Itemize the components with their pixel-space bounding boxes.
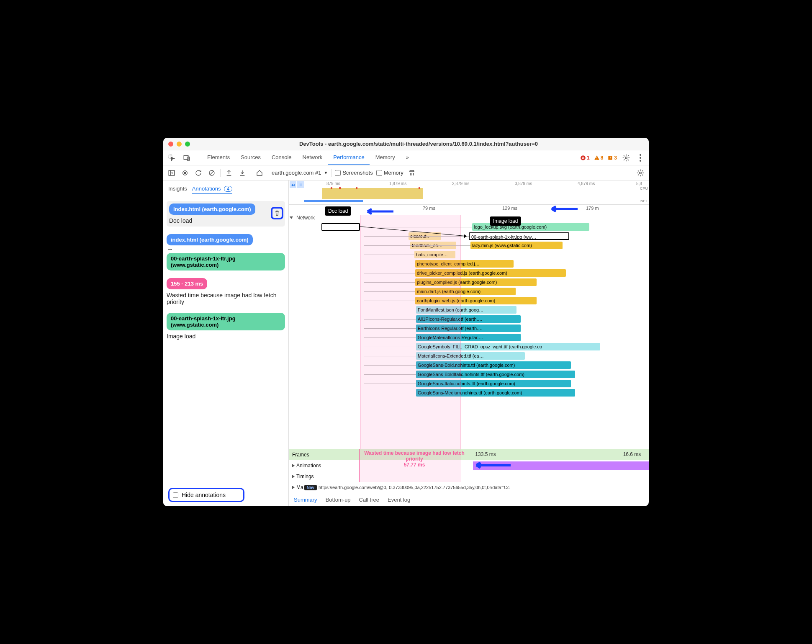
details-tab-summary[interactable]: Summary — [294, 497, 317, 503]
more-tabs-button[interactable]: » — [401, 151, 414, 165]
svg-point-10 — [640, 154, 641, 156]
details-tabs: Summary Bottom-up Call tree Event log — [289, 493, 649, 506]
svg-rect-7 — [610, 157, 611, 158]
minimize-window-button[interactable] — [177, 142, 182, 147]
panel-settings-icon[interactable] — [635, 168, 645, 178]
svg-rect-4 — [596, 157, 597, 158]
inspect-element-icon[interactable] — [167, 153, 177, 163]
device-toolbar-icon[interactable] — [182, 153, 192, 163]
error-count-badge[interactable]: 1 — [580, 155, 590, 161]
network-request-bar[interactable]: 00-earth-splash-1x-ltr.jpg (ww… — [469, 232, 569, 240]
frames-track[interactable]: Frames 133.5 ms 16.6 ms — [289, 449, 649, 460]
svg-point-19 — [640, 172, 642, 174]
image-load-tooltip: Image load — [490, 216, 521, 226]
svg-line-18 — [210, 171, 213, 175]
performance-toolbar: earth.google.com #1 ▼ Screenshots Memory — [163, 165, 649, 180]
svg-rect-8 — [610, 158, 611, 159]
sidebar-tab-insights[interactable]: Insights — [168, 184, 187, 194]
annotation-card[interactable]: 00-earth-splash-1x-ltr.jpg (www.gstatic.… — [167, 313, 285, 340]
reload-icon[interactable] — [193, 168, 203, 178]
devtools-window: DevTools - earth.google.com/static/multi… — [163, 138, 649, 506]
tab-network[interactable]: Network — [298, 151, 328, 165]
annotation-card[interactable]: index.html (earth.google.com) Doc load — [167, 201, 285, 227]
timings-track[interactable]: Timings — [289, 471, 649, 482]
panel-tabs-list: Elements Sources Console Network Perform… — [202, 151, 414, 165]
nav-track[interactable]: Ma Nav https://earth.google.com/web/@0,-… — [289, 482, 649, 493]
timeline-main: 879 ms 1,879 ms 2,879 ms 3,879 ms 4,879 … — [289, 180, 649, 506]
settings-gear-icon[interactable] — [621, 153, 631, 163]
annotation-card[interactable]: 155 - 213 ms Wasted time because image h… — [167, 278, 285, 305]
download-icon[interactable] — [237, 168, 247, 178]
callout-arrow-icon — [473, 461, 511, 469]
callout-arrow-icon — [548, 205, 578, 213]
delete-annotation-button[interactable] — [271, 207, 283, 219]
flame-chart-area[interactable]: 79 ms 129 ms 179 m Doc load Image load — [289, 205, 649, 449]
svg-point-12 — [640, 160, 641, 162]
kebab-menu-icon[interactable] — [635, 153, 645, 163]
svg-rect-5 — [596, 159, 597, 159]
maximize-window-button[interactable] — [185, 142, 190, 147]
overview-net-label: NET — [640, 199, 648, 203]
svg-point-9 — [625, 157, 627, 159]
window-title: DevTools - earth.google.com/static/multi… — [193, 141, 644, 147]
sidebar-tab-annotations[interactable]: Annotations 4 — [192, 184, 232, 194]
record-button-icon[interactable] — [180, 168, 190, 178]
hide-annotations-checkbox[interactable]: Hide annotations — [173, 492, 226, 498]
overview-pause-icon[interactable]: ⏸ — [297, 181, 304, 188]
tab-elements[interactable]: Elements — [202, 151, 235, 165]
toggle-sidebar-icon[interactable] — [167, 168, 177, 178]
network-request-bar[interactable]: index.htm… — [321, 223, 360, 231]
tab-memory[interactable]: Memory — [370, 151, 400, 165]
svg-point-16 — [184, 172, 186, 174]
callout-arrow-icon — [364, 207, 393, 216]
traffic-lights — [168, 142, 190, 147]
time-range-highlight — [360, 215, 460, 449]
memory-checkbox[interactable]: Memory — [376, 170, 403, 176]
warning-count-badge[interactable]: 8 — [594, 155, 604, 161]
garbage-collect-icon[interactable] — [407, 168, 417, 178]
hide-annotations-highlight: Hide annotations — [168, 488, 244, 502]
tab-sources[interactable]: Sources — [236, 151, 266, 165]
overview-cpu-label: CPU — [640, 186, 648, 191]
clear-icon[interactable] — [207, 168, 217, 178]
tab-performance[interactable]: Performance — [328, 151, 369, 165]
details-tab-bottom-up[interactable]: Bottom-up — [326, 497, 351, 503]
bottom-tracks: Frames 133.5 ms 16.6 ms Animations Waste… — [289, 449, 649, 506]
svg-line-20 — [360, 227, 467, 236]
animations-track[interactable]: Animations Wasted time because image had… — [289, 460, 649, 471]
titlebar: DevTools - earth.google.com/static/multi… — [163, 138, 649, 150]
close-window-button[interactable] — [168, 142, 173, 147]
svg-point-11 — [640, 157, 641, 159]
overview-prev-icon[interactable]: ⏮ — [290, 181, 296, 188]
tab-console[interactable]: Console — [267, 151, 297, 165]
annotation-card[interactable]: index.html (earth.google.com) → 00-earth… — [167, 234, 285, 270]
panel-tabs-row: Elements Sources Console Network Perform… — [163, 150, 649, 165]
network-request-bar[interactable]: lazy.min.js (www.gstatic.com) — [470, 242, 563, 249]
overview-strip[interactable]: 879 ms 1,879 ms 2,879 ms 3,879 ms 4,879 … — [289, 180, 649, 205]
home-icon[interactable] — [254, 168, 265, 178]
sidebar: Insights Annotations 4 index.html (earth… — [163, 180, 289, 506]
issues-count-badge[interactable]: 3 — [607, 155, 617, 161]
details-tab-call-tree[interactable]: Call tree — [359, 497, 379, 503]
recording-select[interactable]: earth.google.com #1 ▼ — [272, 170, 328, 176]
details-tab-event-log[interactable]: Event log — [388, 497, 410, 503]
upload-icon[interactable] — [224, 168, 234, 178]
annotations-list: index.html (earth.google.com) Doc load i… — [163, 198, 288, 484]
screenshots-checkbox[interactable]: Screenshots — [335, 170, 373, 176]
doc-load-tooltip: Doc load — [325, 206, 351, 216]
